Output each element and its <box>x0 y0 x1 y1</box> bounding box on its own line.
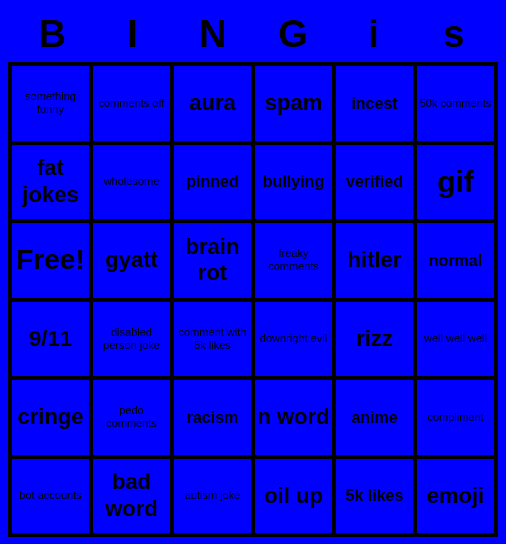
bingo-cell-7[interactable]: wholesome <box>91 143 172 222</box>
bingo-cell-19[interactable]: disabled person joke <box>91 300 172 379</box>
bingo-cell-33[interactable]: oil up <box>253 457 334 536</box>
header-s: s <box>419 13 489 56</box>
bingo-cell-8[interactable]: pinned <box>172 143 253 222</box>
bingo-cell-21[interactable]: downright evil <box>253 300 334 379</box>
bingo-cell-31[interactable]: bad word <box>91 457 172 536</box>
bingo-card: B I N G i s something funnycomments offa… <box>8 7 498 537</box>
bingo-header: B I N G i s <box>8 7 498 62</box>
bingo-cell-18[interactable]: 9/11 <box>10 300 91 379</box>
bingo-cell-35[interactable]: emoji <box>415 457 496 536</box>
bingo-cell-22[interactable]: rizz <box>334 300 415 379</box>
bingo-grid: something funnycomments offauraspaminces… <box>8 62 498 537</box>
bingo-cell-30[interactable]: bot accounts <box>10 457 91 536</box>
bingo-cell-15[interactable]: freaky comments <box>253 221 334 300</box>
bingo-cell-34[interactable]: 5k likes <box>334 457 415 536</box>
header-i: I <box>97 13 167 56</box>
bingo-cell-27[interactable]: n word <box>253 378 334 457</box>
bingo-cell-6[interactable]: fat jokes <box>10 143 91 222</box>
bingo-cell-16[interactable]: hitler <box>334 221 415 300</box>
bingo-cell-32[interactable]: autism joke <box>172 457 253 536</box>
header-n: N <box>178 13 248 56</box>
bingo-cell-14[interactable]: brain rot <box>172 221 253 300</box>
bingo-cell-25[interactable]: pedo comments <box>91 378 172 457</box>
bingo-cell-13[interactable]: gyatt <box>91 221 172 300</box>
bingo-cell-3[interactable]: spam <box>253 64 334 143</box>
bingo-cell-29[interactable]: compliment <box>415 378 496 457</box>
bingo-cell-11[interactable]: gif <box>415 143 496 222</box>
bingo-cell-0[interactable]: something funny <box>10 64 91 143</box>
bingo-cell-4[interactable]: incest <box>334 64 415 143</box>
bingo-cell-9[interactable]: bullying <box>253 143 334 222</box>
header-g: G <box>258 13 328 56</box>
bingo-cell-10[interactable]: verified <box>334 143 415 222</box>
bingo-cell-24[interactable]: cringe <box>10 378 91 457</box>
bingo-cell-28[interactable]: anime <box>334 378 415 457</box>
header-b: B <box>17 13 87 56</box>
bingo-cell-17[interactable]: normal <box>415 221 496 300</box>
bingo-cell-26[interactable]: racism <box>172 378 253 457</box>
bingo-cell-5[interactable]: 50k comments <box>415 64 496 143</box>
bingo-cell-2[interactable]: aura <box>172 64 253 143</box>
bingo-cell-23[interactable]: well well well <box>415 300 496 379</box>
bingo-cell-12[interactable]: Free! <box>10 221 91 300</box>
header-i2: i <box>338 13 408 56</box>
bingo-cell-20[interactable]: comment with 5k likes <box>172 300 253 379</box>
bingo-cell-1[interactable]: comments off <box>91 64 172 143</box>
